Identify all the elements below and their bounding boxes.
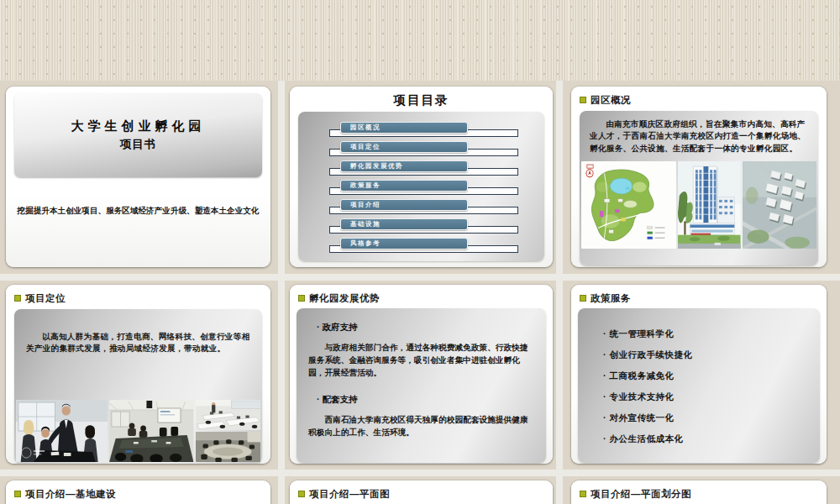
slide-thumbnail-toc[interactable]: 项目目录 园区概况 项目定位 孵化园发展优势 xyxy=(290,87,553,267)
slide-thumbnail-policy[interactable]: 政策服务 统一管理科学化 创业行政手续快捷化 工商税务减免化 专业技术支持化 对… xyxy=(571,285,827,464)
positioning-body-block: 以高知人群为基础，打造电商、网络科技、创意行业等相关产业的集群式发展，推动局域经… xyxy=(14,309,262,464)
slide-sorter-view: 大学生创业孵化园 项目书 挖掘提升本土创业项目、服务区域经济产业升级、塑造本土企… xyxy=(0,0,840,504)
grid-cell: 项目定位 以高知人群为基础，打造电商、网络科技、创意行业等相关产业的集群式发展，… xyxy=(0,281,278,470)
toc-item-advantages[interactable]: 孵化园发展优势 xyxy=(340,160,468,172)
toc-item-style[interactable]: 风格参考 xyxy=(340,238,468,249)
toc-item-policy[interactable]: 政策服务 xyxy=(340,180,468,192)
open-office-photo xyxy=(196,400,260,430)
office-building-photo xyxy=(678,161,741,249)
slide-header: 项目介绍—平面图 xyxy=(297,486,546,504)
slide-header-text: 孵化园发展优势 xyxy=(309,292,380,305)
slide-header: 孵化园发展优势 xyxy=(297,290,546,308)
slide-header-text: 园区概况 xyxy=(591,94,631,107)
toc-item-overview[interactable]: 园区概况 xyxy=(340,122,468,134)
bullet-square-icon xyxy=(298,491,305,497)
toc-item-introduction[interactable]: 项目介绍 xyxy=(340,199,468,211)
stacked-photos xyxy=(196,400,260,462)
toc-row: 基础设施 xyxy=(329,218,518,238)
grid-cell: 项目介绍—平面划分图 xyxy=(563,476,840,504)
aerial-complex-photo xyxy=(743,161,816,249)
slide-header-text: 项目介绍—平面划分图 xyxy=(591,488,691,501)
slide-thumbnail-plan-division[interactable]: 项目介绍—平面划分图 xyxy=(571,480,827,504)
slide-thumbnail-positioning[interactable]: 项目定位 以高知人群为基础，打造电商、网络科技、创意行业等相关产业的集群式发展，… xyxy=(6,285,270,464)
grid-cell: 孵化园发展优势 政府支持 与政府相关部门合作，通过各种税费减免政策、行政快捷服务… xyxy=(285,281,556,470)
overview-body-block: 由南充市顺庆区政府组织，旨在聚集市内高知、高科产业人才，于西南石油大学南充校区内… xyxy=(580,111,818,265)
bullet-square-icon xyxy=(298,295,305,302)
grid-cell: 项目介绍—平面图 xyxy=(285,476,556,504)
policy-body-block: 统一管理科学化 创业行政手续快捷化 工商税务减免化 专业技术支持化 对外宣传统一… xyxy=(578,308,820,463)
slide-header-text: 政策服务 xyxy=(591,292,631,305)
advantage-heading-facilities: 配套支持 xyxy=(317,394,534,406)
slide-thumbnail-floor-plan[interactable]: 项目介绍—平面图 xyxy=(290,480,553,504)
toc-row: 园区概况 xyxy=(329,122,518,141)
bullet-square-icon xyxy=(14,491,21,497)
toc-item-positioning[interactable]: 项目定位 xyxy=(340,141,468,153)
slide-thumbnail-advantages[interactable]: 孵化园发展优势 政府支持 与政府相关部门合作，通过各种税费减免政策、行政快捷服务… xyxy=(290,285,553,464)
policy-item: 专业技术支持化 xyxy=(603,391,811,403)
grid-cell: 政策服务 统一管理科学化 创业行政手续快捷化 工商税务减免化 专业技术支持化 对… xyxy=(563,281,840,470)
slide-header: 园区概况 xyxy=(578,92,820,110)
round-table-room-photo xyxy=(196,432,260,462)
toc-block: 园区概况 项目定位 孵化园发展优势 政策服务 xyxy=(298,112,544,261)
presentation-subtitle: 挖掘提升本土创业项目、服务区域经济产业升级、塑造本土企业文化 xyxy=(13,206,264,217)
advantage-heading-government: 政府支持 xyxy=(317,322,534,333)
grid-cell: 大学生创业孵化园 项目书 挖掘提升本土创业项目、服务区域经济产业升级、塑造本土企… xyxy=(0,81,278,274)
toc-row: 风格参考 xyxy=(329,238,518,257)
advantage-text-facilities: 西南石油大学南充校区得天独厚的校园配套设施提供健康积极向上的工作、生活环境。 xyxy=(308,413,534,438)
grid-cell: 项目介绍—基地建设 xyxy=(0,476,278,504)
presentation-title: 大学生创业孵化园 xyxy=(71,118,206,134)
policy-item: 统一管理科学化 xyxy=(603,328,811,340)
slide-header: 项目介绍—平面划分图 xyxy=(578,486,820,504)
team-meeting-photo xyxy=(16,400,108,462)
slide-header-text: 项目定位 xyxy=(25,292,66,305)
policy-item: 工商税务减免化 xyxy=(603,370,811,382)
slide-header-text: 项目介绍—平面图 xyxy=(309,488,390,501)
slide-thumbnail-overview[interactable]: 园区概况 由南充市顺庆区政府组织，旨在聚集市内高知、高科产业人才，于西南石油大学… xyxy=(571,87,827,267)
slide-header-text: 项目介绍—基地建设 xyxy=(25,488,116,501)
title-banner: 大学生创业孵化园 项目书 xyxy=(14,93,262,177)
grid-cell: 园区概况 由南充市顺庆区政府组织，旨在聚集市内高知、高科产业人才，于西南石油大学… xyxy=(563,81,840,274)
policy-item: 对外宣传统一化 xyxy=(603,412,811,424)
toc-row: 项目定位 xyxy=(329,141,518,160)
slide-thumbnail-title[interactable]: 大学生创业孵化园 项目书 挖掘提升本土创业项目、服务区域经济产业升级、塑造本土企… xyxy=(6,87,270,267)
toc-row: 项目介绍 xyxy=(329,199,518,218)
bullet-square-icon xyxy=(14,295,21,302)
slide-header: 项目介绍—基地建设 xyxy=(13,486,264,504)
presentation-title-line2: 项目书 xyxy=(120,137,157,152)
policy-item: 创业行政手续快捷化 xyxy=(603,349,811,361)
positioning-paragraph: 以高知人群为基础，打造电商、网络科技、创意行业等相关产业的集群式发展，推动局域经… xyxy=(14,309,262,355)
slide-header: 政策服务 xyxy=(578,290,820,308)
toc-row: 政策服务 xyxy=(329,180,518,199)
policy-item: 办公生活低成本化 xyxy=(603,433,811,445)
campus-map-image xyxy=(581,161,676,249)
advantage-text-government: 与政府相关部门合作，通过各种税费减免政策、行政快捷服务系统、金融咨询服务等，吸引… xyxy=(308,341,534,379)
conference-room-photo xyxy=(109,400,193,462)
bullet-square-icon xyxy=(580,295,586,302)
positioning-image-row xyxy=(16,400,260,462)
slide-header: 项目定位 xyxy=(13,290,264,308)
overview-image-row xyxy=(581,161,816,249)
slide-thumbnail-base-construction[interactable]: 项目介绍—基地建设 xyxy=(6,480,270,504)
overview-paragraph: 由南充市顺庆区政府组织，旨在聚集市内高知、高科产业人才，于西南石油大学南充校区内… xyxy=(580,111,818,155)
grid-cell: 项目目录 园区概况 项目定位 孵化园发展优势 xyxy=(285,81,556,274)
toc-row: 孵化园发展优势 xyxy=(329,160,518,180)
bullet-square-icon xyxy=(580,491,586,497)
toc-title: 项目目录 xyxy=(297,92,546,108)
bullet-square-icon xyxy=(580,97,586,103)
slide-grid: 大学生创业孵化园 项目书 挖掘提升本土创业项目、服务区域经济产业升级、塑造本土企… xyxy=(0,81,840,504)
toc-item-infrastructure[interactable]: 基础设施 xyxy=(340,218,468,230)
advantages-body-block: 政府支持 与政府相关部门合作，通过各种税费减免政策、行政快捷服务系统、金融咨询服… xyxy=(297,308,546,463)
